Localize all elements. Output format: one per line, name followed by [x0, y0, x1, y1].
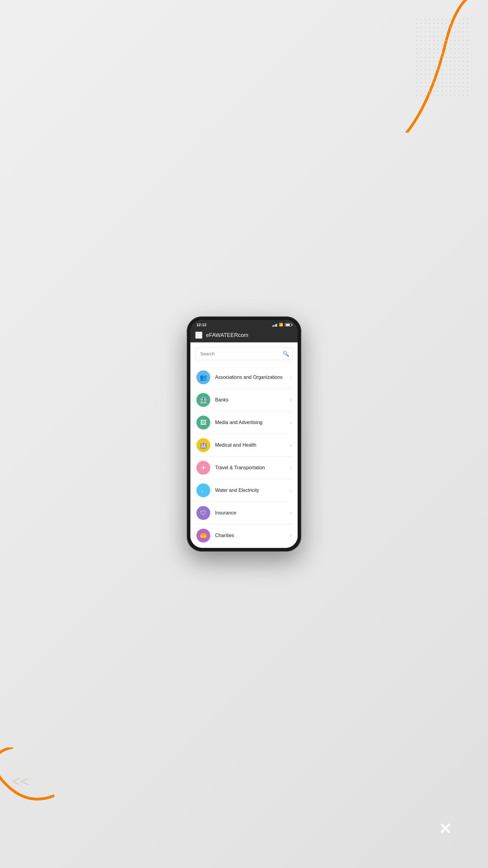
banks-label: Banks — [215, 397, 290, 403]
category-item-water[interactable]: 💧 Water and Electricity › — [195, 479, 293, 502]
banks-icon: 🏦 — [196, 393, 210, 407]
media-label: Media and Advertising — [215, 420, 290, 425]
nav-title: eFAWATEERcom — [206, 332, 248, 338]
category-item-media[interactable]: 🖼 Media and Advertising › — [195, 411, 293, 434]
category-item-associations[interactable]: 👥 Associations and Organizations › — [195, 366, 293, 389]
associations-icon: 👥 — [196, 370, 210, 384]
status-icons: 📶 — [272, 323, 292, 327]
chevron-right-icon: › — [290, 398, 292, 402]
content-area: 🔍 👥 Associations and Organizations › 🏦 B… — [190, 342, 298, 548]
search-input[interactable] — [195, 347, 293, 360]
travel-icon: ✈ — [196, 461, 210, 475]
water-icon: 💧 — [196, 484, 210, 497]
category-item-medical[interactable]: 🏥 Medical and Health › — [195, 434, 293, 457]
phone-screen: 12:12 📶 ← eFAWATEERcom — [190, 320, 298, 548]
status-bar: 12:12 📶 — [190, 320, 298, 329]
category-item-banks[interactable]: 🏦 Banks › — [195, 389, 293, 411]
category-item-education[interactable]: 📋 Education › — [195, 547, 293, 548]
search-container: 🔍 — [195, 347, 293, 360]
chevron-right-icon: › — [290, 465, 292, 470]
signal-icon — [272, 323, 278, 327]
category-item-travel[interactable]: ✈ Travel & Transportation › — [195, 457, 293, 479]
insurance-label: Insurance — [215, 510, 290, 516]
category-list: 👥 Associations and Organizations › 🏦 Ban… — [195, 366, 293, 548]
chevron-right-icon: › — [290, 510, 292, 516]
chevron-right-icon: › — [290, 420, 292, 425]
water-label: Water and Electricity — [215, 488, 290, 493]
charities-icon: 🤲 — [196, 529, 210, 542]
chevron-right-icon: › — [290, 488, 292, 493]
chevron-right-icon: › — [290, 375, 292, 380]
medical-icon: 🏥 — [196, 438, 210, 452]
charities-label: Charities — [215, 533, 290, 538]
chevron-right-icon: › — [290, 533, 292, 538]
battery-icon — [285, 323, 292, 327]
associations-label: Associations and Organizations — [215, 375, 290, 380]
wifi-icon: 📶 — [279, 323, 283, 327]
media-icon: 🖼 — [196, 415, 210, 430]
search-button[interactable]: 🔍 — [283, 350, 289, 357]
status-time: 12:12 — [196, 322, 206, 327]
medical-label: Medical and Health — [215, 442, 290, 448]
phone-frame: 12:12 📶 ← eFAWATEERcom — [187, 316, 301, 552]
category-item-charities[interactable]: 🤲 Charities › — [195, 524, 293, 547]
chevron-right-icon: › — [290, 443, 292, 447]
category-item-insurance[interactable]: 🛡 Insurance › — [195, 502, 293, 524]
travel-label: Travel & Transportation — [215, 465, 290, 470]
insurance-icon: 🛡 — [196, 506, 210, 520]
back-button[interactable]: ← — [195, 332, 202, 339]
svg-rect-1 — [416, 18, 470, 96]
nav-bar: ← eFAWATEERcom — [190, 329, 298, 342]
